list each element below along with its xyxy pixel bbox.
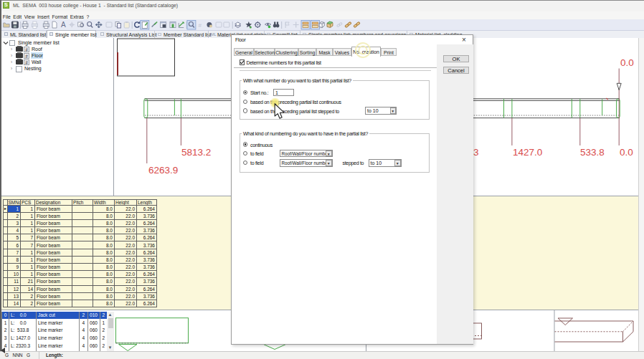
svg-text:0.0: 0.0 — [620, 147, 633, 158]
svg-text:5813.2: 5813.2 — [181, 147, 211, 158]
svg-text:#: # — [198, 22, 202, 29]
svg-text:3: 3 — [473, 147, 479, 158]
svg-text:0.0: 0.0 — [620, 57, 634, 68]
svg-text:533.8: 533.8 — [580, 147, 605, 158]
svg-text:A: A — [61, 21, 66, 29]
svg-text:6263.9: 6263.9 — [148, 165, 178, 176]
svg-text:1427.0: 1427.0 — [513, 147, 542, 158]
